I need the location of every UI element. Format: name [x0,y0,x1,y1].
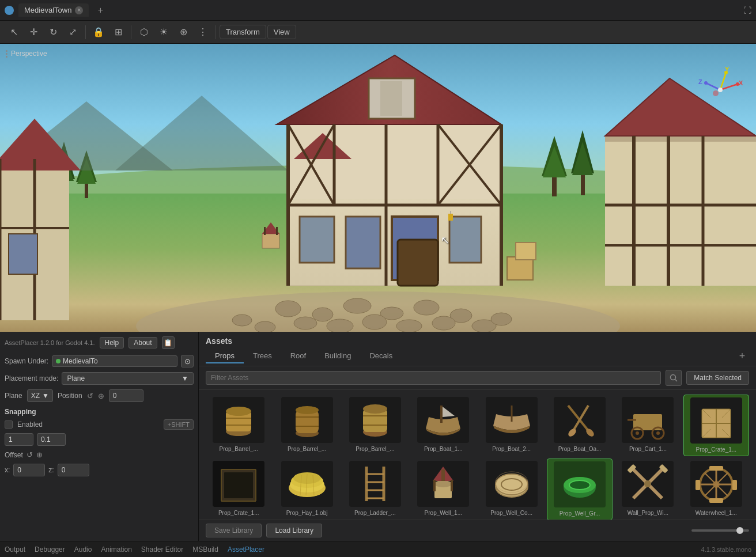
search-button[interactable] [666,370,682,386]
svg-rect-23 [605,136,756,286]
asset-item[interactable]: Waterwheel_1... [683,459,749,520]
svg-line-97 [675,380,678,382]
tool2-button[interactable]: ☀ [154,23,173,41]
reset-offset-icon[interactable]: ↺ [27,450,33,459]
spawn-node-select-button[interactable]: ⊙ [181,355,194,367]
output-status-item[interactable]: Output [5,545,25,554]
lock-button[interactable]: 🔒 [89,23,108,41]
asset-item[interactable]: Prop_Boat_Oa... [547,395,613,456]
transform-button[interactable]: Transform [220,25,266,39]
close-tab-button[interactable]: × [75,6,83,14]
maximize-button[interactable]: ⛶ [743,6,751,15]
svg-rect-68 [9,234,37,274]
main-tab[interactable]: MedievalTown × [18,3,89,17]
rotate-tool-button[interactable]: ↻ [44,23,62,41]
load-library-button[interactable]: Load Library [266,524,322,537]
z-input[interactable] [58,464,89,476]
viewport[interactable]: X Y Z Perspec [0,44,756,332]
tab-roof[interactable]: Roof [281,349,315,363]
move-tool-button[interactable]: ✛ [24,23,43,41]
zoom-slider-container [691,529,749,532]
zoom-slider[interactable] [691,529,749,532]
tab-props[interactable]: Props [206,349,244,363]
svg-point-72 [343,298,371,313]
zoom-slider-thumb[interactable] [736,527,743,534]
svg-point-96 [671,375,676,380]
scale-tool-button[interactable]: ⤢ [63,23,82,41]
debugger-status-item[interactable]: Debugger [35,545,65,554]
position-input[interactable] [109,389,143,402]
x-input[interactable] [13,464,45,476]
select-tool-button[interactable]: ↖ [5,23,23,41]
tool1-button[interactable]: ⬡ [135,23,153,41]
asset-thumbnail [554,397,606,443]
asset-item[interactable]: Prop_Hay_1.obj [274,459,339,520]
svg-line-178 [716,484,728,496]
asset-thumbnail [213,397,264,443]
asset-item[interactable]: Wall_Prop_Wi... [615,459,681,520]
svg-rect-24 [605,136,756,142]
add-tab-assets-button[interactable]: + [735,350,749,363]
filter-assets-input[interactable] [206,371,661,385]
asset-name: Prop_Hay_1.obj [286,509,328,517]
more-button[interactable]: ⋮ [194,23,212,41]
svg-rect-55 [346,217,380,268]
msbuild-status-item[interactable]: MSBuild [192,545,218,554]
asset-item[interactable]: Prop_Crate_1... [206,459,271,520]
tab-decals[interactable]: Decals [360,349,402,363]
asset-item[interactable]: Prop_Ladder_... [342,459,408,520]
tab-building[interactable]: Building [315,349,360,363]
add-position-icon[interactable]: ⊕ [98,392,104,400]
asset-item[interactable]: Prop_Barrel_... [274,395,339,456]
snap-decimal-input[interactable] [37,433,66,446]
svg-point-78 [362,315,387,329]
spawn-node-name: MedievalTo [63,357,98,365]
asset-item[interactable]: Prop_Well_Gr... [547,459,613,520]
svg-rect-62 [516,242,536,260]
asset-item[interactable]: Prop_Barrel_... [342,395,408,456]
tab-trees[interactable]: Trees [244,349,281,363]
svg-rect-34 [264,227,266,235]
asset-item[interactable]: Prop_Boat_1... [410,395,476,456]
audio-status-item[interactable]: Audio [74,545,92,554]
svg-rect-184 [732,480,737,490]
assetplacer-status-item[interactable]: AssetPlacer [228,545,264,554]
animation-status-item[interactable]: Animation [101,545,131,554]
add-tab-button[interactable]: + [93,3,107,17]
asset-item[interactable]: Prop_Cart_1... [615,395,681,456]
coord-row: x: z: [5,464,194,476]
assets-panel-title: Assets [206,336,749,346]
match-selected-button[interactable]: Match Selected [686,371,749,385]
asset-item[interactable]: Prop_Well_Co... [479,459,545,520]
position-label: Position [58,392,82,400]
reset-position-icon[interactable]: ↺ [87,392,93,400]
asset-item[interactable]: Prop_Barrel_... [206,395,271,456]
placement-mode-dropdown[interactable]: Plane ▼ [62,372,194,385]
tool3-button[interactable]: ⊛ [174,23,192,41]
asset-thumbnail [690,461,742,507]
spawn-under-label: Spawn Under: [5,357,48,365]
left-panel: AssetPlacer 1.2.0 for Godot 4.1. Help Ab… [0,332,199,541]
view-button[interactable]: View [267,25,296,39]
asset-item[interactable]: Prop_Boat_2... [479,395,545,456]
add-offset-icon[interactable]: ⊕ [36,450,43,459]
plane-axis-dropdown[interactable]: XZ ▼ [27,389,53,402]
help-button[interactable]: Help [100,337,124,348]
spawn-node-ref[interactable]: MedievalTo [52,355,177,367]
shift-label: +SHIFT [164,419,194,430]
asset-item-selected[interactable]: Prop_Crate_1... [683,395,749,456]
clipboard-button[interactable]: 📋 [162,336,175,349]
plane-row: Plane XZ ▼ Position ↺ ⊕ [5,389,194,402]
svg-rect-182 [709,498,723,503]
shader-editor-status-item[interactable]: Shader Editor [141,545,183,554]
snapping-enabled-checkbox[interactable] [5,420,13,429]
svg-rect-54 [300,217,334,263]
save-library-button[interactable]: Save Library [206,524,262,537]
group-button[interactable]: ⊞ [109,23,127,41]
svg-text:X: X [739,79,743,86]
asset-item[interactable]: Prop_Well_1... [410,459,476,520]
asset-thumbnail [281,461,333,507]
about-button[interactable]: About [128,337,157,348]
asset-name: Wall_Prop_Wi... [628,509,668,517]
snap-value-input[interactable] [5,433,33,446]
